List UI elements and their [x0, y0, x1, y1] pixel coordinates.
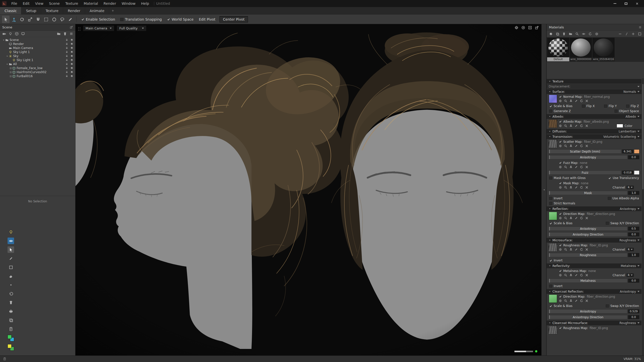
color-swatch-pair-2[interactable] [8, 344, 14, 351]
menu-help[interactable]: Help [138, 1, 152, 7]
clone-icon[interactable] [569, 165, 573, 169]
menu-scene[interactable]: Scene [46, 1, 63, 7]
menu-texture[interactable]: Texture [62, 1, 81, 7]
foreground-color-swatch[interactable] [8, 344, 12, 348]
gear-icon[interactable] [559, 99, 562, 103]
visibility-tool-button[interactable] [8, 238, 14, 244]
scatter-depth-value[interactable]: 6.341 [622, 149, 633, 154]
tree-item-main-camera[interactable]: Main Camera [0, 46, 75, 50]
dot-tool-button[interactable] [8, 282, 14, 288]
clearcoat-roughness-map-value[interactable]: fiber_ID.png [590, 326, 608, 330]
clear-icon[interactable] [585, 186, 588, 189]
expander-icon[interactable] [9, 75, 12, 78]
roughness-channel-control[interactable]: Channel R [613, 248, 634, 251]
tree-item-sky-light-1[interactable]: Sky Light 1 [0, 50, 75, 54]
clear-icon[interactable] [585, 99, 588, 103]
quality-dropdown[interactable]: Full Quality [117, 25, 146, 31]
menu-edit[interactable]: Edit [20, 1, 32, 7]
expander-icon[interactable] [6, 63, 9, 66]
tree-item-sky[interactable]: Sky [0, 54, 75, 58]
lock-icon[interactable] [65, 63, 68, 65]
albedo-map-value[interactable]: fiber_albedo.png [584, 120, 609, 123]
rect-tool-button[interactable] [8, 264, 14, 270]
edit-icon[interactable] [575, 186, 578, 189]
tab-animate[interactable]: Animate [85, 7, 109, 14]
edit-pivot-button[interactable]: Edit Pivot [196, 17, 218, 21]
reload-icon[interactable] [580, 124, 583, 127]
invert-checkbox[interactable]: Invert [549, 197, 562, 200]
tree-item-render[interactable]: Render [0, 42, 75, 46]
mask-value[interactable]: 1.0 [628, 191, 639, 195]
reflection-direction-value[interactable]: 0.0 [628, 232, 639, 237]
metalness-map-thumbnail[interactable] [549, 269, 557, 277]
edit-icon[interactable] [575, 274, 578, 277]
object-space-checkbox[interactable]: Object Space [615, 109, 639, 113]
reload-icon[interactable] [580, 144, 583, 148]
clear-icon[interactable] [585, 165, 588, 169]
search-icon[interactable] [564, 99, 567, 103]
visibility-icon[interactable] [70, 67, 73, 69]
reflection-direction-slider[interactable]: Anisotropy Direction [549, 232, 627, 237]
mask-slider[interactable]: Mask [549, 191, 627, 195]
edit-icon[interactable] [575, 299, 578, 302]
invert-checkbox[interactable]: Invert [549, 259, 562, 262]
flip-y-checkbox[interactable]: Flip Y [604, 104, 617, 108]
lock-icon[interactable] [65, 71, 68, 73]
tab-classic[interactable]: Classic [0, 7, 21, 14]
clipboard-button[interactable] [8, 326, 14, 332]
tree-item-furball016[interactable]: FurBall016 [0, 74, 75, 78]
clear-icon[interactable] [585, 144, 588, 148]
fuzz-slider[interactable]: Fuzz [549, 170, 621, 175]
flip-z-checkbox[interactable]: Flip Z [626, 104, 639, 108]
fuzz-color-swatch[interactable] [634, 170, 639, 175]
reload-icon[interactable] [580, 299, 583, 302]
clear-icon[interactable] [585, 274, 588, 277]
lasso-select-button[interactable] [58, 16, 66, 23]
lock-icon[interactable] [65, 51, 68, 53]
material-thumbnail-default[interactable]: Default [547, 38, 569, 61]
panel-menu-icon[interactable] [638, 26, 642, 29]
reload-icon[interactable] [580, 248, 583, 251]
lock-icon[interactable] [65, 75, 68, 77]
popout-viewport-icon[interactable] [535, 26, 539, 30]
tab-texture[interactable]: Texture [41, 7, 63, 14]
duplicate-button[interactable] [8, 317, 14, 323]
check-icon[interactable] [559, 327, 562, 330]
reflection-section-header[interactable]: Reflection: Anisotropy [547, 206, 641, 211]
maximize-viewport-icon[interactable] [528, 26, 532, 30]
clearcoat-reflection-section-header[interactable]: Clearcoat Reflection: Anisotropy [547, 289, 641, 294]
gear-icon[interactable] [559, 165, 562, 169]
undo-button[interactable] [8, 290, 14, 297]
check-icon[interactable] [559, 120, 562, 123]
new-material-folder-button[interactable] [568, 32, 573, 36]
lock-icon[interactable] [65, 55, 68, 57]
swap-xy-direction-checkbox[interactable]: Swap X/Y Direction [606, 221, 639, 225]
scale-tool-button[interactable] [26, 16, 34, 23]
gear-icon[interactable] [559, 186, 562, 189]
viewport-settings-icon[interactable] [514, 26, 518, 30]
lock-icon[interactable] [65, 47, 68, 49]
channel-dropdown[interactable]: R [626, 273, 634, 277]
visibility-icon[interactable] [70, 42, 73, 45]
channel-dropdown[interactable]: R [626, 248, 634, 251]
visibility-icon[interactable] [70, 55, 73, 57]
visibility-icon[interactable] [70, 51, 73, 53]
snap-tool-button[interactable] [34, 16, 42, 23]
search-icon[interactable] [564, 186, 567, 189]
reflectivity-mode-dropdown[interactable]: Metalness [621, 264, 639, 268]
visibility-icon[interactable] [70, 71, 73, 73]
thumbnail-size-increase-button[interactable] [631, 32, 635, 36]
menu-material[interactable]: Material [81, 1, 101, 7]
tree-item-female-face-low[interactable]: Female_Face_low [0, 66, 75, 70]
edit-icon[interactable] [575, 216, 578, 220]
albedo-section-header[interactable]: Albedo: Albedo [547, 114, 641, 119]
center-pivot-button[interactable]: Center Pivot [219, 16, 248, 23]
search-icon[interactable] [564, 216, 567, 220]
reflectivity-section-header[interactable]: Reflectivity: Metalness [547, 263, 641, 268]
menu-window[interactable]: Window [119, 1, 138, 7]
thumbnail-size-decrease-button[interactable] [618, 32, 622, 36]
clearcoat-anisotropy-slider[interactable]: Anisotropy [549, 309, 627, 313]
albedo-color-swatch[interactable] [617, 124, 623, 128]
clone-icon[interactable] [569, 124, 573, 127]
clone-icon[interactable] [569, 144, 573, 148]
